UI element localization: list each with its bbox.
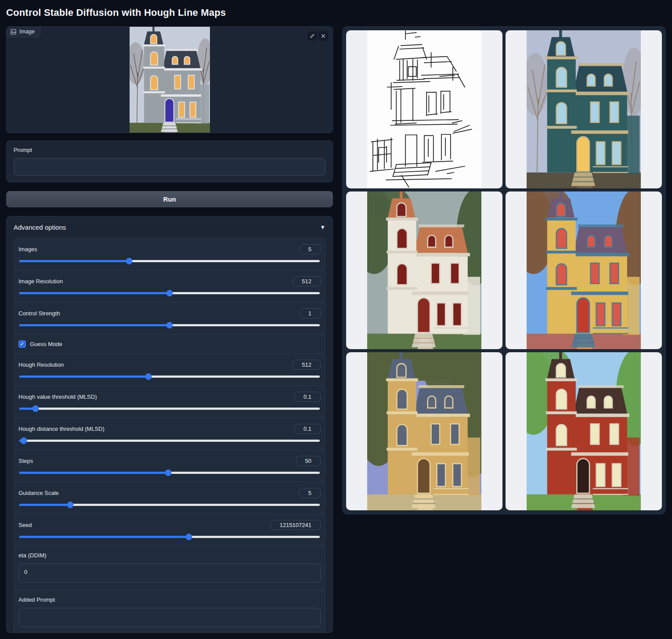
textbox-row-eta-ddim: eta (DDIM) [14, 546, 325, 590]
gallery-item-generated-image-4[interactable] [346, 352, 502, 510]
collapse-caret-icon: ▼ [320, 224, 325, 231]
slider-track-hough-distance-threshold-mlsd[interactable] [19, 440, 320, 442]
slider-label-hough-value-threshold-mlsd: Hough value threshold (MLSD) [18, 394, 97, 400]
input-image-panel[interactable]: Image [6, 26, 333, 133]
checkbox-check-icon: ✓ [18, 340, 26, 348]
slider-track-hough-resolution[interactable] [19, 375, 320, 378]
slider-row-guidance-scale: Guidance Scale5 [14, 482, 325, 514]
slider-label-image-resolution: Image Resolution [18, 278, 63, 285]
slider-track-image-resolution[interactable] [19, 292, 320, 294]
slider-value-image-resolution[interactable]: 512 [293, 276, 321, 286]
slider-value-seed[interactable]: 1215107241 [271, 520, 321, 530]
slider-value-hough-value-threshold-mlsd[interactable]: 0.1 [294, 392, 321, 402]
slider-row-hough-resolution: Hough Resolution512 [14, 354, 325, 386]
image-label: Image [19, 29, 35, 35]
gallery-item-generated-image-2[interactable] [346, 191, 502, 350]
close-icon [321, 33, 326, 39]
slider-track-steps[interactable] [19, 472, 320, 474]
textbox-input-added-prompt[interactable] [18, 608, 321, 627]
textbox-input-eta-ddim[interactable] [18, 563, 321, 583]
slider-value-steps[interactable]: 50 [296, 456, 321, 466]
slider-thumb-guidance-scale[interactable] [67, 502, 74, 508]
slider-value-hough-distance-threshold-mlsd[interactable]: 0.1 [294, 424, 321, 434]
slider-row-hough-distance-threshold-mlsd: Hough distance threshold (MLSD)0.1 [14, 418, 325, 450]
advanced-options-panel: Advanced options ▼ Images5Image Resoluti… [6, 216, 333, 633]
advanced-options-title: Advanced options [14, 224, 66, 231]
guess-mode-checkbox[interactable]: ✓Guess Mode [14, 334, 325, 354]
results-column [342, 26, 666, 514]
prompt-panel: Prompt [6, 141, 333, 182]
slider-label-hough-resolution: Hough Resolution [18, 361, 64, 368]
slider-value-guidance-scale[interactable]: 5 [299, 488, 321, 498]
slider-thumb-hough-distance-threshold-mlsd[interactable] [21, 437, 27, 444]
gallery-item-hough-line-map[interactable] [346, 30, 502, 188]
textbox-label-added-prompt: Added Prompt [18, 596, 321, 603]
slider-track-control-strength[interactable] [19, 324, 320, 326]
slider-row-control-strength: Control Strength1 [14, 302, 325, 334]
slider-row-image-resolution: Image Resolution512 [14, 270, 325, 302]
slider-value-hough-resolution[interactable]: 512 [293, 360, 321, 370]
app: Control Stable Diffusion with Hough Line… [0, 0, 672, 633]
image-label-tab: Image [7, 27, 40, 37]
checkbox-label-guess-mode: Guess Mode [30, 341, 62, 347]
image-actions [307, 31, 328, 41]
prompt-label: Prompt [14, 147, 325, 153]
slider-row-steps: Steps50 [14, 450, 325, 482]
controls-column: Image Prompt [6, 26, 333, 633]
slider-track-images[interactable] [19, 260, 320, 262]
slider-track-seed[interactable] [19, 536, 320, 538]
slider-label-hough-distance-threshold-mlsd: Hough distance threshold (MLSD) [18, 426, 105, 432]
pencil-icon [310, 33, 315, 39]
clear-image-button[interactable] [318, 31, 328, 41]
textbox-row-added-prompt: Added Prompt [14, 590, 325, 633]
input-image[interactable] [7, 27, 332, 133]
image-icon [11, 29, 16, 35]
slider-value-images[interactable]: 5 [299, 244, 321, 254]
slider-row-hough-value-threshold-mlsd: Hough value threshold (MLSD)0.1 [14, 386, 325, 418]
slider-label-steps: Steps [18, 458, 33, 464]
slider-thumb-hough-resolution[interactable] [145, 373, 152, 380]
prompt-input[interactable] [14, 158, 325, 176]
slider-track-hough-value-threshold-mlsd[interactable] [19, 408, 320, 410]
slider-row-images: Images5 [14, 238, 325, 270]
slider-thumb-image-resolution[interactable] [166, 290, 173, 296]
slider-value-control-strength[interactable]: 1 [299, 308, 321, 318]
slider-label-images: Images [18, 246, 37, 253]
gallery-item-generated-image-3[interactable] [506, 191, 662, 350]
gallery-item-generated-image-5[interactable] [506, 352, 662, 510]
main-columns: Image Prompt [6, 26, 666, 633]
run-button[interactable]: Run [6, 191, 333, 207]
gallery-item-generated-image-1[interactable] [506, 30, 662, 188]
advanced-options-group: Images5Image Resolution512Control Streng… [14, 238, 325, 633]
slider-label-control-strength: Control Strength [18, 310, 60, 317]
slider-thumb-steps[interactable] [165, 469, 171, 476]
edit-image-button[interactable] [307, 31, 317, 41]
slider-track-guidance-scale[interactable] [19, 504, 320, 506]
advanced-options-header[interactable]: Advanced options ▼ [14, 224, 325, 231]
slider-thumb-control-strength[interactable] [166, 322, 173, 329]
page-title: Control Stable Diffusion with Hough Line… [6, 0, 666, 26]
slider-label-seed: Seed [18, 522, 32, 528]
slider-thumb-seed[interactable] [185, 534, 192, 540]
slider-thumb-hough-value-threshold-mlsd[interactable] [32, 405, 39, 412]
result-gallery [342, 26, 666, 514]
textbox-label-eta-ddim: eta (DDIM) [18, 552, 321, 559]
slider-thumb-images[interactable] [126, 258, 133, 264]
slider-row-seed: Seed1215107241 [14, 514, 325, 546]
slider-label-guidance-scale: Guidance Scale [18, 490, 59, 496]
